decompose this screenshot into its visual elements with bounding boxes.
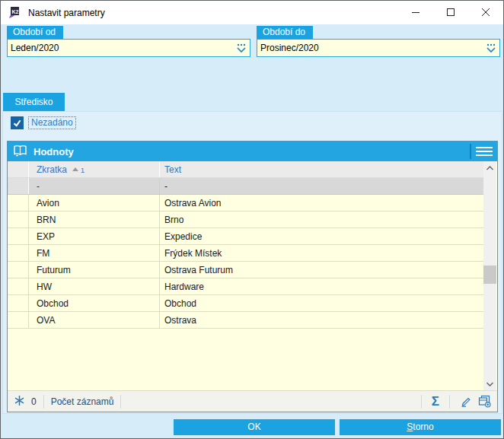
record-count-icon [14,395,25,409]
table-row[interactable]: FM Frýdek Místek [8,245,484,262]
period-to-field: Období do Prosinec/2020 [257,26,500,57]
column-header-text[interactable]: Text [160,161,484,177]
storno-button[interactable]: Storno [340,419,501,435]
scrollbar-thumb[interactable] [483,266,496,284]
scrollbar-track[interactable] [483,174,496,377]
sort-ascending-icon [72,167,78,171]
grid-menu-icon[interactable] [476,147,493,156]
period-to-input[interactable]: Prosinec/2020 [257,39,500,57]
grid-title-bar: Hodnoty [8,142,497,161]
period-from-input[interactable]: Leden/2020 [7,39,250,57]
grid-header-separator [470,144,471,159]
close-button[interactable] [468,1,503,24]
sort-order-number: 1 [81,167,85,174]
tab-panel: Nezadáno Hodnoty Zkratka [2,111,502,414]
tab-stredisko[interactable]: Středisko [3,93,65,111]
titlebar: K2 Nastavit parametry [1,1,503,24]
ok-button[interactable]: OK [174,419,335,435]
grid-status-bar: 0 Počet záznamů Σ [8,390,497,412]
nezadano-checkbox-label[interactable]: Nezadáno [28,116,76,129]
period-from-label: Období od [7,26,63,39]
book-icon [13,145,27,159]
add-table-icon[interactable] [475,395,494,408]
period-to-dropdown-icon[interactable] [483,41,499,55]
period-from-dropdown-icon[interactable] [233,41,250,55]
k2-app-icon: K2 [8,6,21,19]
edit-pencil-icon[interactable] [457,396,475,408]
column-header-zkratka[interactable]: Zkratka 1 [29,161,160,177]
table-row[interactable]: OVA Ostrava [8,312,484,329]
scroll-up-icon[interactable] [483,161,496,174]
nezadano-checkbox-row: Nezadáno [11,116,76,129]
table-row[interactable]: HW Hardware [8,278,484,295]
svg-text:K2: K2 [12,9,19,14]
values-grid: Hodnoty Zkratka 1 Text - - [7,141,498,412]
nezadano-checkbox[interactable] [11,116,24,129]
grid-title: Hodnoty [33,146,470,157]
table-row[interactable]: - - [8,178,484,195]
period-to-value: Prosinec/2020 [260,43,483,53]
table-row[interactable]: Obchod Obchod [8,295,484,312]
table-row[interactable]: BRN Brno [8,212,484,228]
scroll-down-icon[interactable] [483,377,496,390]
period-to-label: Období do [257,26,313,39]
table-row[interactable]: Avion Ostrava Avion [8,195,484,212]
grid-body: - - Avion Ostrava Avion BRN Brno EXP Exp… [8,178,484,390]
period-from-field: Období od Leden/2020 [7,26,250,57]
period-from-value: Leden/2020 [11,43,233,53]
dialog-nastavit-parametry: K2 Nastavit parametry Období od Leden/20… [0,0,504,439]
table-row[interactable]: EXP Expedice [8,228,484,245]
maximize-button[interactable] [433,1,468,24]
table-row[interactable]: Futurum Ostrava Futurum [8,262,484,278]
vertical-scrollbar[interactable] [483,161,496,390]
row-indicator-column-header [8,161,29,177]
grid-column-header: Zkratka 1 Text [8,161,484,178]
window-title: Nastavit parametry [28,8,105,18]
sum-icon[interactable]: Σ [429,395,442,408]
minimize-button[interactable] [398,1,433,24]
record-count-label: Počet záznamů [51,396,114,407]
record-count-value: 0 [31,396,37,407]
